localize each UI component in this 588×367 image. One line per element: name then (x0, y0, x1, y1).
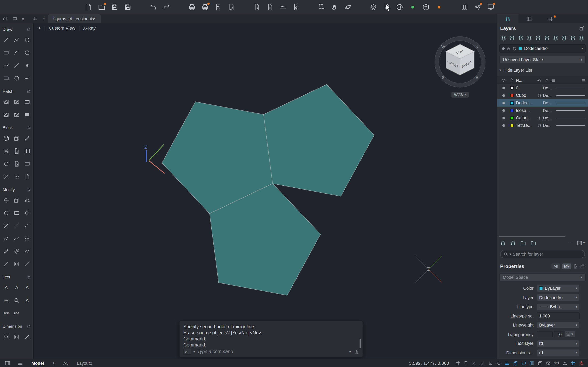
print-icon[interactable] (185, 1, 198, 13)
lengthen-tool[interactable] (11, 258, 22, 270)
autodesk-online-icon[interactable] (393, 1, 406, 13)
lineweight-column-icon[interactable] (551, 78, 556, 83)
hatch-edit-tool[interactable] (11, 108, 22, 121)
model-space-viewport[interactable]: Z + | Custom View | X-Ray N W S E TOP FR… (34, 23, 497, 359)
revision-cloud-tool[interactable] (22, 72, 32, 84)
command-options-chevron[interactable]: ▾ (193, 350, 195, 353)
circle-tool[interactable] (22, 33, 32, 46)
new-layout-button[interactable]: + (52, 360, 55, 366)
rectangle-tool[interactable] (1, 46, 11, 59)
linear-dimension-tool[interactable] (1, 330, 11, 343)
layer-dropdown[interactable]: Dodecaedro ▾ (537, 294, 580, 301)
viewcube-south[interactable]: S (442, 75, 445, 80)
layer-lineweight[interactable]: De... (543, 93, 556, 97)
angular-dimension-tool[interactable] (22, 330, 32, 343)
status-menu-icon[interactable] (17, 360, 23, 366)
align-tool[interactable] (22, 258, 32, 270)
table-menu-icon[interactable] (581, 78, 586, 83)
text-style-tool[interactable]: A (22, 294, 32, 307)
create-block-tool[interactable] (11, 132, 22, 144)
drawing-tab[interactable]: figuras_tri...ensionais* (48, 14, 101, 23)
scale-tool[interactable] (11, 206, 22, 219)
save-as-icon[interactable] (121, 1, 134, 13)
palettes-icon[interactable] (458, 1, 471, 13)
join-tool[interactable] (1, 258, 11, 270)
freeze-column-icon[interactable] (537, 78, 541, 83)
lock-column-icon[interactable] (545, 78, 549, 83)
filter-my-button[interactable]: My (562, 263, 571, 269)
layer-lineweight[interactable]: De... (543, 101, 556, 105)
break-tool[interactable] (22, 245, 32, 258)
annotation-auto-scale-toggle[interactable] (561, 359, 569, 367)
linetype-scale-input[interactable]: 1.000 (537, 312, 580, 319)
command-expand-icon[interactable]: ▾ (349, 350, 351, 353)
move-tool[interactable] (1, 194, 11, 206)
layer-search-input[interactable] (513, 252, 581, 256)
delete-layer-icon[interactable] (526, 35, 532, 41)
pdf-import-tool[interactable]: PDF (1, 307, 11, 319)
drawing-utilities-icon[interactable] (289, 1, 302, 13)
viewcube-north[interactable]: N (475, 44, 478, 49)
stretch-tool[interactable] (22, 206, 32, 219)
layer-freeze-icon[interactable] (535, 116, 543, 120)
command-window[interactable]: Specify second point of mirror line:Eras… (179, 321, 363, 357)
tool-sets-icon[interactable] (367, 1, 380, 13)
island-detection-tool[interactable] (1, 108, 11, 121)
freeze-layer-icon[interactable] (552, 35, 558, 41)
layer-color-swatch[interactable] (507, 94, 516, 97)
linetype-dropdown[interactable]: ByLa... ▾ (537, 303, 580, 310)
undo-icon[interactable] (147, 1, 160, 13)
current-layer-dropdown[interactable]: Dodecaedro ▾ (499, 44, 586, 52)
chamfer-tool[interactable] (1, 232, 11, 245)
edit-properties-icon[interactable] (573, 264, 578, 268)
layer-color-swatch[interactable] (507, 109, 516, 112)
sync-attributes-tool[interactable] (1, 157, 11, 170)
layer-color-swatch[interactable] (507, 86, 516, 90)
layout-tab-a3[interactable]: A3 (63, 361, 69, 365)
layer-lineweight[interactable]: De... (543, 116, 556, 120)
new-layer-folder-icon[interactable] (531, 240, 536, 246)
layer-row-cubo[interactable]: CuboDe... (497, 92, 588, 99)
multiline-text-tool[interactable]: A (1, 281, 11, 294)
pentagon-face[interactable] (264, 84, 374, 196)
graphics-performance-toggle[interactable] (577, 359, 586, 367)
fillet-tool[interactable] (22, 219, 32, 232)
layer-row-tetrae[interactable]: Tetrae...De... (497, 122, 588, 129)
object-snap-toggle[interactable] (487, 359, 495, 367)
palette-section-hatch[interactable]: Hatch (0, 87, 33, 95)
layer-row-icosa[interactable]: Icosa...De... (497, 107, 588, 114)
publish-icon[interactable] (263, 1, 276, 13)
set-current-layer-icon[interactable] (535, 35, 541, 41)
single-line-text-tool[interactable]: A (11, 281, 22, 294)
construction-line-tool[interactable] (11, 59, 22, 72)
layer-row-0[interactable]: 0De... (497, 84, 588, 92)
properties-palette-tab[interactable] (518, 14, 540, 23)
detach-panel-icon[interactable] (579, 25, 585, 31)
find-replace-tool[interactable] (11, 294, 22, 307)
grid-display-toggle[interactable] (454, 359, 462, 367)
gear-icon[interactable] (26, 89, 31, 93)
palette-section-dimension[interactable]: Dimension (0, 322, 33, 330)
palette-section-block[interactable]: Block (0, 123, 33, 132)
measure-tools-icon[interactable] (276, 1, 289, 13)
page-setup-icon[interactable] (225, 1, 238, 13)
aligned-dimension-tool[interactable] (11, 330, 22, 343)
3d-object-snap-toggle[interactable] (544, 359, 553, 367)
dimension-style-dropdown[interactable]: rd ▾ (537, 349, 580, 356)
extend-tool[interactable] (11, 219, 22, 232)
command-input[interactable]: Type a command (197, 349, 347, 354)
viewcube[interactable]: N W S E TOP FRONT RIGHT (432, 35, 488, 91)
merge-layer-icon[interactable] (579, 35, 585, 41)
lineweight-dropdown[interactable]: ByLayer ▾ (537, 322, 580, 329)
tab-overflow-button[interactable]: » (19, 16, 27, 21)
ellipse-tool[interactable] (22, 46, 32, 59)
clip-tool[interactable] (1, 170, 11, 183)
graphics-monitor-icon[interactable] (484, 1, 497, 13)
match-layer-icon[interactable] (544, 35, 550, 41)
layer-list-scrollbar[interactable] (498, 235, 587, 238)
export-icon[interactable] (250, 1, 263, 13)
hide-layer-list-toggle[interactable]: ▾ Hide Layer List (499, 67, 586, 74)
layer-color-swatch[interactable] (507, 116, 516, 120)
pdf-export-tool[interactable]: PDF (11, 307, 22, 319)
tab-layout-icon[interactable] (10, 14, 19, 23)
